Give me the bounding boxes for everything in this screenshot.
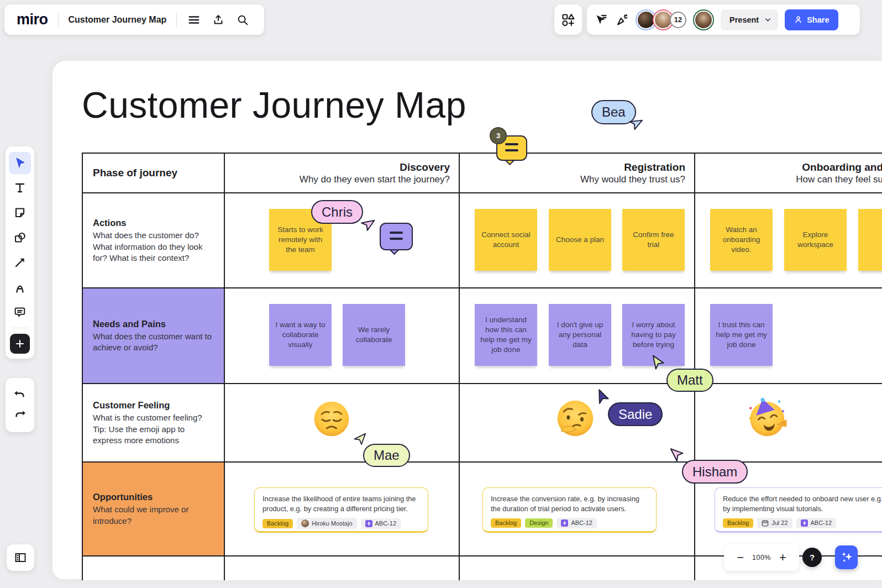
row-label-feeling[interactable]: Customer Feeling What is the customer fe… bbox=[83, 384, 225, 463]
sticky-note[interactable]: I trust this can help me get my job done bbox=[710, 304, 773, 366]
card-tags: Backlog Hiroku Mostajo ABC-12 bbox=[262, 518, 420, 529]
cursor-name: Bea bbox=[602, 104, 626, 120]
sticky-note-partial[interactable] bbox=[858, 209, 882, 271]
frames-panel-button[interactable] bbox=[7, 544, 34, 571]
sticky-note[interactable]: Choose a plan bbox=[549, 209, 611, 271]
tag-label: Backlog bbox=[267, 521, 288, 527]
row-label-opportunities[interactable]: Opportunities What could we improve or i… bbox=[83, 463, 225, 556]
phase-header-cell[interactable]: Phase of journey bbox=[83, 154, 225, 193]
cursor-name: Matt bbox=[677, 372, 703, 388]
opportunity-card[interactable]: Increase the conversion rate, e.g. by in… bbox=[482, 487, 657, 533]
comment-bubble-purple[interactable] bbox=[380, 223, 413, 250]
sticky-text: Starts to work remotely with the team bbox=[274, 225, 327, 254]
cursor-arrow-bea bbox=[627, 116, 644, 133]
widgets-panel[interactable] bbox=[554, 4, 582, 35]
sticky-text: I want a way to collaborate visually bbox=[274, 320, 327, 349]
row-label-actions[interactable]: Actions What does the customer do? What … bbox=[83, 193, 225, 288]
cursor-name: Sadie bbox=[618, 407, 652, 422]
zoom-level[interactable]: 100% bbox=[752, 554, 771, 561]
sticky-note[interactable]: We rarely collaborate bbox=[343, 304, 405, 366]
pensive-emoji[interactable] bbox=[313, 400, 350, 440]
cell-feeling-onboarding[interactable] bbox=[695, 384, 882, 463]
sticky-text: Connect social account bbox=[479, 230, 533, 250]
redo-button[interactable] bbox=[13, 408, 27, 422]
miro-logo[interactable]: miro bbox=[17, 11, 48, 28]
help-button[interactable]: ? bbox=[802, 548, 822, 567]
design-tag[interactable]: Design bbox=[525, 518, 553, 528]
cursor-label-mae: Mae bbox=[363, 444, 410, 467]
column-header-discovery[interactable]: Discovery Why do they even start the jou… bbox=[225, 154, 460, 193]
tools-panel bbox=[6, 146, 34, 359]
text-tool[interactable] bbox=[9, 177, 31, 199]
opportunity-card[interactable]: Reduce the effort needed to onboard new … bbox=[715, 487, 882, 533]
menu-icon[interactable] bbox=[187, 13, 201, 27]
assignee-tag[interactable]: Hiroku Mostajo bbox=[297, 518, 356, 529]
sticky-text: Choose a plan bbox=[556, 235, 604, 245]
zoom-out-button[interactable]: − bbox=[736, 552, 745, 564]
assignee-avatar bbox=[301, 519, 309, 527]
add-tool[interactable] bbox=[10, 334, 30, 354]
calendar-icon bbox=[762, 519, 769, 527]
sticky-note[interactable]: Explore workspace bbox=[784, 209, 847, 271]
tag-label: Design bbox=[529, 520, 548, 526]
connector-tool[interactable] bbox=[9, 251, 31, 274]
undo-button[interactable] bbox=[13, 388, 27, 402]
current-user-avatar[interactable] bbox=[693, 9, 714, 30]
sticky-text: Explore workspace bbox=[789, 230, 842, 250]
cursor-label-sadie: Sadie bbox=[608, 402, 663, 426]
tag-label: Jul 22 bbox=[771, 520, 788, 526]
sticky-note[interactable]: Confirm free trial bbox=[622, 209, 685, 271]
tag-label: ABC-12 bbox=[375, 521, 397, 527]
sticky-text: Watch an onboarding video. bbox=[715, 225, 768, 254]
cursor-name: Hisham bbox=[692, 464, 737, 480]
date-tag[interactable]: Jul 22 bbox=[757, 518, 792, 528]
comment-tool[interactable] bbox=[9, 301, 31, 323]
reactions-icon[interactable] bbox=[615, 13, 629, 27]
select-tool[interactable] bbox=[9, 152, 31, 174]
cursor-arrow-mae bbox=[352, 431, 369, 448]
thinking-emoji[interactable] bbox=[556, 399, 595, 440]
share-button[interactable]: Share bbox=[785, 9, 838, 30]
ticket-tag[interactable]: ABC-12 bbox=[796, 518, 837, 528]
partying-emoji[interactable] bbox=[747, 398, 787, 440]
row-label-needs[interactable]: Needs and Pains What does the customer w… bbox=[83, 288, 225, 384]
cursor-name: Chris bbox=[322, 204, 353, 220]
ticket-tag[interactable]: ABC-12 bbox=[556, 518, 597, 528]
export-icon[interactable] bbox=[211, 13, 225, 27]
collaborator-count-badge[interactable]: 12 bbox=[670, 12, 686, 28]
column-header-onboarding[interactable]: Onboarding and How can they feel su bbox=[695, 154, 882, 193]
status-tag[interactable]: Backlog bbox=[262, 519, 293, 528]
zoom-in-button[interactable]: + bbox=[778, 552, 788, 564]
board-title[interactable]: Customer Journey Map bbox=[69, 15, 167, 25]
present-dropdown[interactable]: Present bbox=[721, 9, 778, 30]
column-title: Discovery bbox=[400, 161, 450, 174]
status-tag[interactable]: Backlog bbox=[723, 518, 753, 528]
lightning-icon bbox=[561, 519, 568, 527]
shapes-tool[interactable] bbox=[9, 227, 31, 249]
sticky-note[interactable]: I want a way to collaborate visually bbox=[269, 304, 332, 366]
collaborator-count: 12 bbox=[674, 15, 682, 24]
ticket-tag[interactable]: ABC-12 bbox=[361, 518, 401, 529]
sticky-note[interactable]: I don't give up any personal data bbox=[549, 304, 611, 366]
status-tag[interactable]: Backlog bbox=[491, 518, 521, 528]
ai-assistant-button[interactable] bbox=[835, 545, 858, 569]
tag-label: Backlog bbox=[727, 520, 749, 526]
comment-count-badge[interactable]: 3 bbox=[490, 127, 507, 144]
sparkles-icon bbox=[839, 550, 854, 565]
tag-label: ABC-12 bbox=[571, 520, 592, 526]
column-subtitle: Why do they even start the journey? bbox=[300, 174, 450, 185]
search-icon[interactable] bbox=[235, 13, 250, 27]
pen-tool[interactable] bbox=[9, 276, 31, 298]
chevron-down-icon bbox=[764, 16, 771, 23]
frames-icon bbox=[14, 551, 27, 564]
row-title: Needs and Pains bbox=[93, 318, 214, 330]
sticky-note[interactable]: Watch an onboarding video. bbox=[710, 209, 773, 271]
sticky-note[interactable]: I understand how this can help me get my… bbox=[475, 304, 537, 366]
column-header-registration[interactable]: Registration Why would they trust us? bbox=[460, 154, 695, 193]
sticky-note-tool[interactable] bbox=[9, 202, 31, 224]
avatar-stack[interactable]: 12 bbox=[636, 9, 686, 30]
hide-cursors-icon[interactable] bbox=[594, 13, 608, 27]
sticky-note[interactable]: Connect social account bbox=[475, 209, 537, 271]
opportunity-card[interactable]: Increase the likelihood of entire teams … bbox=[254, 487, 428, 533]
tag-label: ABC-12 bbox=[811, 520, 832, 526]
